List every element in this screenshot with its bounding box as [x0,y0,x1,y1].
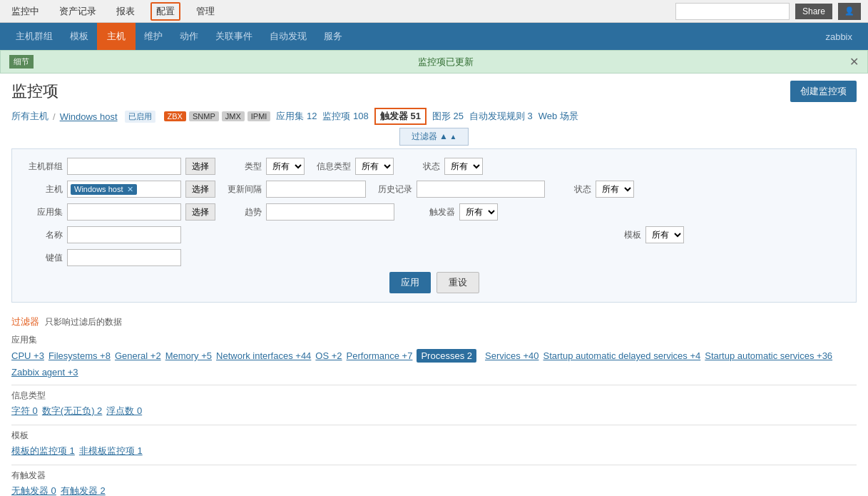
state1-label: 状态 [401,161,440,173]
tab-snmp[interactable]: SNMP [189,111,219,121]
tab-ipmi[interactable]: IPMI [247,111,271,121]
nav-config[interactable]: 配置 [150,2,180,21]
tab-jmx[interactable]: JMX [222,111,245,121]
result-tag-network[interactable]: Network interfaces +44 [216,350,311,361]
tab-auto-discover-rule[interactable]: 自动发现规则 3 [469,110,533,123]
result-tag-memory[interactable]: Memory +5 [165,350,212,361]
apply-button[interactable]: 应用 [389,272,431,293]
appset-select-button[interactable]: 选择 [185,203,215,221]
host-tag-input[interactable]: Windows host ✕ [67,181,181,198]
filter-group-type: 类型 所有 [223,158,305,175]
filter-row-4: 名称 模板 所有 [24,226,844,243]
breadcrumb-area: 所有主机 / Windows host 已启用 ZBX SNMP JMX IPM… [11,108,857,125]
tab-trigger[interactable]: 触发器 51 [374,108,427,125]
share-button[interactable]: Share [795,4,832,19]
result-tag-float[interactable]: 浮点数 0 [106,405,142,417]
nav-reports[interactable]: 报表 [112,2,139,21]
appset-input[interactable] [67,203,181,221]
tab-app-set[interactable]: 应用集 12 [276,110,317,123]
type-select[interactable]: 所有 [266,158,305,175]
breadcrumb-separator: / [53,111,56,122]
history-input[interactable] [417,181,545,198]
result-info-type-tags: 字符 0 数字(无正负) 2 浮点数 0 [11,405,857,417]
result-tag-non-template[interactable]: 非模板监控项 1 [79,445,143,457]
tab-web-scene[interactable]: Web 场景 [538,110,578,123]
filter-result-header: 过滤器 只影响过滤后的数据 [11,315,857,328]
nav-admin[interactable]: 管理 [192,2,219,21]
tab-badges: ZBX SNMP JMX IPMI [164,111,271,121]
template-select[interactable]: 所有 [645,226,684,243]
nav-host-group[interactable]: 主机群组 [7,23,61,50]
result-tag-filesystems[interactable]: Filesystems +8 [48,350,111,361]
trigger-select[interactable]: 所有 [459,203,498,221]
trend-input[interactable] [266,203,394,221]
result-tag-startup-delayed[interactable]: Startup automatic delayed services +4 [543,350,701,361]
nav-assets[interactable]: 资产记录 [55,2,101,21]
nav-auto-discover[interactable]: 自动发现 [261,23,315,50]
result-tag-general[interactable]: General +2 [115,350,161,361]
host-group-input[interactable] [67,158,181,175]
search-input[interactable] [675,3,790,20]
state2-select[interactable]: 所有 [596,181,634,198]
tab-zbx[interactable]: ZBX [164,111,186,121]
result-tag-template-monitor[interactable]: 模板的监控项 1 [11,445,75,457]
filter-group-name: 名称 [24,226,181,243]
user-avatar: 👤 [838,3,861,20]
nav-host[interactable]: 主机 [97,23,136,50]
result-tag-startup-auto[interactable]: Startup automatic services +36 [705,350,832,361]
host-select-button[interactable]: 选择 [185,181,215,198]
result-tag-has-trigger[interactable]: 有触发器 2 [61,485,106,496]
nav-service[interactable]: 服务 [315,23,351,50]
nav-monitor[interactable]: 监控中 [7,2,44,21]
breadcrumb-current-host[interactable]: Windows host [60,111,118,122]
key-input[interactable] [67,249,181,266]
filter-group-trend: 趋势 [223,203,394,221]
state2-label: 状态 [552,183,591,196]
info-type-select[interactable]: 所有 [355,158,394,175]
nav-action[interactable]: 动作 [171,23,207,50]
host-tag-remove[interactable]: ✕ [127,185,133,193]
result-group-info-type: 信息类型 字符 0 数字(无正负) 2 浮点数 0 [11,390,857,417]
tab-monitor-item[interactable]: 监控项 108 [322,110,368,123]
filter-group-template: 模板 所有 [602,226,684,243]
filter-result-section: 过滤器 只影响过滤后的数据 应用集 CPU +3 Filesystems +8 … [11,308,857,496]
page-title: 监控项 [11,81,58,102]
breadcrumb-all-hosts[interactable]: 所有主机 [11,110,48,123]
top-bar: 监控中 资产记录 报表 配置 管理 Share 👤 [0,0,868,23]
name-input[interactable] [67,226,181,243]
host-label: 主机 [24,183,63,196]
result-tag-processes[interactable]: Processes 2 [417,349,476,363]
result-tag-char[interactable]: 字符 0 [11,405,38,417]
appset-label: 应用集 [24,206,63,218]
nav-related-event[interactable]: 关联事件 [207,23,261,50]
create-monitor-item-button[interactable]: 创建监控项 [790,81,857,102]
info-type-label: 信息类型 [312,161,351,173]
result-tag-zabbix-agent[interactable]: Zabbix agent +3 [11,367,78,378]
filter-toggle-row: 过滤器 ▲ [11,128,857,146]
alert-banner: 细节 监控项已更新 ✕ [0,50,868,74]
reset-button[interactable]: 重设 [436,272,479,293]
filter-row-1: 主机群组 选择 类型 所有 信息类型 所有 状态 所有 [24,158,844,175]
result-tag-services[interactable]: Services +40 [485,350,539,361]
result-group-appset: 应用集 CPU +3 Filesystems +8 General +2 Mem… [11,334,857,378]
result-tag-number[interactable]: 数字(无正负) 2 [42,405,103,417]
interval-input[interactable] [266,181,366,198]
result-tag-no-trigger[interactable]: 无触发器 0 [11,485,56,496]
result-tag-os[interactable]: OS +2 [315,350,342,361]
filter-group-state2: 状态 所有 [552,181,634,198]
nav-template[interactable]: 模板 [61,23,97,50]
key-label: 键值 [24,252,63,264]
alert-message: 监控项已更新 [42,56,849,69]
filter-group-history: 历史记录 [373,181,545,198]
result-tag-cpu[interactable]: CPU +3 [11,350,44,361]
filter-toggle-button[interactable]: 过滤器 ▲ [399,128,469,146]
result-tag-performance[interactable]: Performance +7 [347,350,413,361]
logged-in-user: zabbix [817,26,861,48]
host-group-select-button[interactable]: 选择 [185,158,215,175]
state1-select[interactable]: 所有 [444,158,483,175]
name-label: 名称 [24,229,63,241]
nav-maintenance[interactable]: 维护 [136,23,171,50]
alert-close-button[interactable]: ✕ [849,55,859,69]
tab-graph[interactable]: 图形 25 [432,110,464,123]
interval-label: 更新间隔 [223,183,262,196]
